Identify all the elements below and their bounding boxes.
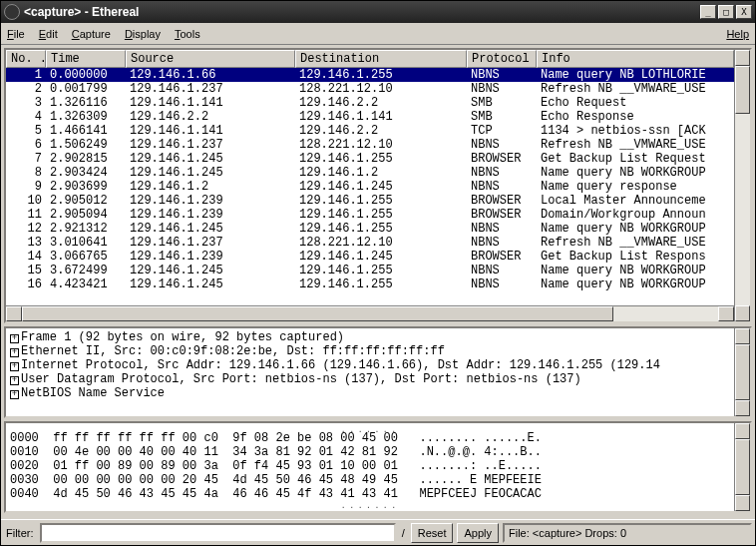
proto-tree-body[interactable]: +Frame 1 (92 bytes on wire, 92 bytes cap… — [6, 328, 734, 416]
packet-list-vscroll[interactable] — [734, 50, 750, 321]
packet-row[interactable]: 143.066765129.146.1.239129.146.1.245BROW… — [6, 250, 734, 264]
menu-tools[interactable]: Tools — [175, 28, 200, 40]
expand-icon[interactable]: + — [10, 362, 19, 371]
col-protocol[interactable]: Protocol — [467, 50, 537, 68]
col-source[interactable]: Source — [126, 50, 295, 68]
menu-edit[interactable]: Edit — [39, 28, 58, 40]
hex-row[interactable]: 0010 00 4e 00 00 40 00 40 11 34 3a 81 92… — [10, 445, 730, 459]
expand-icon[interactable]: + — [10, 334, 19, 343]
filter-label: Filter: — [4, 527, 36, 539]
tree-vscroll[interactable] — [734, 328, 750, 416]
scroll-down-icon[interactable] — [735, 305, 750, 321]
hex-row[interactable]: 0000 ff ff ff ff ff ff 00 c0 9f 08 2e be… — [10, 431, 730, 445]
col-no[interactable]: No. . — [6, 50, 46, 68]
status-bar: Filter: / Reset Apply File: <capture> Dr… — [1, 519, 755, 545]
col-info[interactable]: Info — [537, 50, 734, 68]
filter-input[interactable] — [40, 523, 396, 543]
hex-row[interactable]: 0040 4d 45 50 46 43 45 45 4a 46 46 45 4f… — [10, 487, 730, 501]
filter-separator: / — [400, 527, 407, 539]
scroll-up-icon[interactable] — [735, 328, 750, 344]
expand-icon[interactable]: + — [10, 376, 19, 385]
packet-list-header: No. . Time Source Destination Protocol I… — [6, 50, 734, 68]
tree-item[interactable]: +Frame 1 (92 bytes on wire, 92 bytes cap… — [10, 330, 730, 344]
packet-row[interactable]: 61.506249129.146.1.237128.221.12.10NBNSR… — [6, 138, 734, 152]
expand-icon[interactable]: + — [10, 390, 19, 399]
tree-item[interactable]: +Internet Protocol, Src Addr: 129.146.1.… — [10, 358, 730, 372]
packet-row[interactable]: 20.001799129.146.1.237128.221.12.10NBNSR… — [6, 82, 734, 96]
scroll-up-icon[interactable] — [735, 50, 750, 66]
content-area: No. . Time Source Destination Protocol I… — [1, 45, 755, 519]
title-bar: <capture> - Ethereal _ □ X — [1, 1, 755, 23]
hex-dump-pane: .......0000 ff ff ff ff ff ff 00 c0 9f 0… — [4, 421, 752, 513]
packet-list-hscroll[interactable] — [6, 305, 734, 321]
scroll-down-icon[interactable] — [735, 400, 750, 416]
packet-list-body[interactable]: 10.000000129.146.1.66129.146.1.255NBNSNa… — [6, 68, 734, 305]
packet-row[interactable]: 164.423421129.146.1.245129.146.1.255NBNS… — [6, 277, 734, 291]
window-buttons: _ □ X — [700, 5, 752, 19]
menu-help[interactable]: Help — [726, 28, 749, 40]
menu-file[interactable]: File — [7, 28, 25, 40]
menu-capture[interactable]: Capture — [72, 28, 111, 40]
hex-dump-body[interactable]: .......0000 ff ff ff ff ff ff 00 c0 9f 0… — [6, 423, 734, 511]
app-icon — [4, 4, 20, 20]
col-destination[interactable]: Destination — [295, 50, 467, 68]
packet-row[interactable]: 92.903699129.146.1.2129.146.1.245NBNSNam… — [6, 180, 734, 194]
hex-row[interactable]: 0030 00 00 00 00 00 00 20 45 4d 45 50 46… — [10, 473, 730, 487]
packet-row[interactable]: 122.921312129.146.1.245129.146.1.255NBNS… — [6, 222, 734, 236]
expand-icon[interactable]: + — [10, 348, 19, 357]
status-text: File: <capture> Drops: 0 — [503, 523, 752, 543]
packet-row[interactable]: 72.902815129.146.1.245129.146.1.255BROWS… — [6, 152, 734, 166]
apply-button[interactable]: Apply — [457, 523, 499, 543]
packet-row[interactable]: 82.903424129.146.1.245129.146.1.2NBNSNam… — [6, 166, 734, 180]
close-button[interactable]: X — [736, 5, 752, 19]
packet-row[interactable]: 31.326116129.146.1.141129.146.2.2SMBEcho… — [6, 96, 734, 110]
packet-row[interactable]: 112.905094129.146.1.239129.146.1.255BROW… — [6, 208, 734, 222]
packet-row[interactable]: 102.905012129.146.1.239129.146.1.255BROW… — [6, 194, 734, 208]
packet-row[interactable]: 51.466141129.146.1.141129.146.2.2TCP1134… — [6, 124, 734, 138]
proto-tree-pane: +Frame 1 (92 bytes on wire, 92 bytes cap… — [4, 326, 752, 418]
main-window: <capture> - Ethereal _ □ X File Edit Cap… — [0, 0, 756, 546]
hex-row[interactable]: 0020 01 ff 00 89 00 89 00 3a 0f f4 45 93… — [10, 459, 730, 473]
packet-row[interactable]: 133.010641129.146.1.237128.221.12.10NBNS… — [6, 236, 734, 250]
tree-item[interactable]: +Ethernet II, Src: 00:c0:9f:08:2e:be, Ds… — [10, 344, 730, 358]
tree-item[interactable]: +NetBIOS Name Service — [10, 386, 730, 400]
scroll-right-icon[interactable] — [718, 306, 734, 321]
hex-vscroll[interactable] — [734, 423, 750, 511]
scroll-down-icon[interactable] — [735, 495, 750, 511]
maximize-button[interactable]: □ — [718, 5, 734, 19]
packet-row[interactable]: 153.672499129.146.1.245129.146.1.255NBNS… — [6, 264, 734, 277]
minimize-button[interactable]: _ — [700, 5, 716, 19]
reset-button[interactable]: Reset — [411, 523, 454, 543]
packet-row[interactable]: 10.000000129.146.1.66129.146.1.255NBNSNa… — [6, 68, 734, 82]
col-time[interactable]: Time — [46, 50, 126, 68]
packet-list-pane: No. . Time Source Destination Protocol I… — [4, 48, 752, 323]
window-title: <capture> - Ethereal — [24, 5, 700, 19]
tree-item[interactable]: +User Datagram Protocol, Src Port: netbi… — [10, 372, 730, 386]
menu-bar: File Edit Capture Display Tools Help — [1, 23, 755, 45]
scroll-up-icon[interactable] — [735, 423, 750, 439]
packet-row[interactable]: 41.326309129.146.2.2129.146.1.141SMBEcho… — [6, 110, 734, 124]
menu-display[interactable]: Display — [125, 28, 161, 40]
scroll-left-icon[interactable] — [6, 306, 22, 321]
